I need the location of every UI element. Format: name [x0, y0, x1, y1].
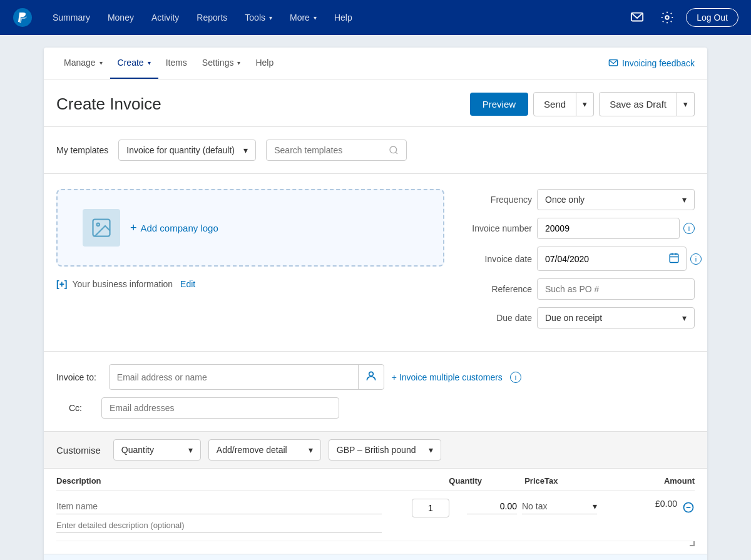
invoice-multiple-customers[interactable]: + Invoice multiple customers	[392, 372, 503, 382]
invoice-to-input[interactable]	[110, 366, 358, 389]
invoice-to-info[interactable]: i	[510, 372, 521, 383]
nav-activity[interactable]: Activity	[144, 8, 186, 28]
logout-button[interactable]: Log Out	[686, 8, 738, 27]
cc-input[interactable]	[101, 397, 339, 419]
add-line-row: + Add another line item	[44, 554, 707, 560]
nav-reports[interactable]: Reports	[189, 8, 235, 28]
chevron-down-icon: ▾	[583, 99, 587, 109]
reference-row: Reference	[457, 278, 695, 300]
form-section: + Add company logo [+] Your business inf…	[44, 174, 707, 352]
save-draft-button[interactable]: Save as Draft	[599, 92, 677, 116]
template-selected-value: Invoice for quantity (default)	[126, 145, 238, 155]
nav-summary[interactable]: Summary	[45, 8, 98, 28]
business-info-label: Your business information	[73, 279, 173, 289]
feedback-icon	[608, 58, 618, 68]
currency-value: GBP – British pound	[337, 445, 429, 455]
subnav-settings[interactable]: Settings ▾	[195, 48, 248, 79]
add-logo-text: + Add company logo	[130, 221, 218, 235]
save-draft-button-group: Save as Draft ▾	[599, 92, 695, 116]
remove-icon	[682, 501, 695, 514]
reference-input[interactable]	[537, 278, 695, 300]
chevron-down-icon: ▾	[682, 313, 687, 323]
send-button[interactable]: Send	[533, 92, 576, 116]
image-icon	[90, 216, 113, 239]
subnav-help[interactable]: Help	[248, 48, 281, 79]
subnav-items[interactable]: Items	[158, 48, 195, 79]
preview-button[interactable]: Preview	[470, 93, 528, 116]
col-tax: Tax	[544, 476, 620, 486]
table-row-main: No tax ▾ £0.00	[56, 499, 677, 533]
svg-point-12	[369, 372, 373, 376]
send-dropdown-button[interactable]: ▾	[576, 92, 594, 116]
calendar-icon[interactable]	[662, 247, 686, 270]
form-right: Frequency Once only ▾ Invoice number i	[457, 189, 695, 336]
chevron-down-icon: ▾	[593, 501, 597, 511]
item-desc-input[interactable]	[56, 518, 382, 533]
detail-selector[interactable]: Add/remove detail ▾	[208, 439, 321, 461]
col-amount: Amount	[620, 476, 695, 486]
item-description-cell	[56, 499, 382, 533]
invoice-number-input[interactable]	[537, 218, 680, 239]
nav-money[interactable]: Money	[100, 8, 141, 28]
expand-icon[interactable]: [+]	[56, 279, 68, 289]
frequency-selector[interactable]: Once only ▾	[537, 189, 695, 210]
invoice-to-row: Invoice to: + Invoice multiple customers…	[56, 364, 695, 390]
svg-point-2	[665, 16, 669, 19]
invoicing-feedback[interactable]: Invoicing feedback	[608, 58, 695, 68]
top-navigation: Summary Money Activity Reports Tools ▾ M…	[0, 0, 751, 35]
invoice-to-label: Invoice to:	[56, 372, 101, 382]
detail-value: Add/remove detail	[217, 445, 309, 455]
invoice-to-section: Invoice to: + Invoice multiple customers…	[44, 352, 707, 432]
quantity-selector[interactable]: Quantity ▾	[113, 439, 201, 461]
invoice-date-info[interactable]: i	[690, 253, 702, 265]
resize-area	[56, 541, 695, 551]
tax-value: No tax	[522, 501, 593, 511]
item-price-input[interactable]	[467, 499, 517, 514]
chevron-down-icon: ▾	[309, 445, 313, 455]
table-header: Description Quantity Price Tax Amount	[56, 469, 695, 491]
template-selector[interactable]: Invoice for quantity (default) ▾	[118, 140, 256, 161]
page-header: Create Invoice Preview Send ▾ Save as Dr…	[44, 79, 707, 127]
nav-tools[interactable]: Tools ▾	[237, 8, 280, 28]
quantity-value: Quantity	[121, 445, 188, 455]
remove-row-button[interactable]	[682, 499, 695, 516]
nav-help[interactable]: Help	[327, 8, 360, 28]
item-amount-cell: £0.00	[602, 499, 677, 509]
templates-row: My templates Invoice for quantity (defau…	[44, 127, 707, 174]
chevron-down-icon: ▾	[683, 99, 688, 109]
nav-more[interactable]: More ▾	[282, 8, 324, 28]
resize-handle[interactable]	[690, 541, 695, 546]
settings-icon-button[interactable]	[656, 6, 678, 29]
cc-label: Cc:	[69, 403, 94, 413]
subnav-manage[interactable]: Manage ▾	[56, 48, 110, 79]
invoice-date-input[interactable]	[538, 249, 662, 269]
item-name-input[interactable]	[56, 499, 382, 514]
chevron-down-icon: ▾	[682, 195, 687, 205]
invoice-number-label: Invoice number	[457, 223, 532, 233]
currency-selector[interactable]: GBP – British pound ▾	[329, 439, 441, 461]
logo-upload-area[interactable]: + Add company logo	[56, 189, 444, 267]
svg-point-4	[390, 146, 397, 153]
messages-icon-button[interactable]	[626, 6, 648, 29]
invoice-date-row: Invoice date	[457, 247, 695, 271]
due-date-selector[interactable]: Due on receipt ▾	[537, 307, 695, 328]
item-quantity-cell	[387, 499, 449, 517]
business-info-edit-link[interactable]: Edit	[180, 279, 195, 289]
paypal-logo[interactable]	[13, 8, 33, 28]
svg-rect-8	[670, 254, 678, 263]
svg-line-5	[396, 152, 397, 154]
contact-icon[interactable]	[358, 365, 384, 389]
save-draft-dropdown-button[interactable]: ▾	[677, 92, 695, 116]
invoice-number-info[interactable]: i	[683, 223, 695, 234]
item-tax-cell: No tax ▾	[522, 499, 597, 514]
customise-row: Customise Quantity ▾ Add/remove detail ▾…	[44, 432, 707, 469]
col-description: Description	[56, 476, 419, 486]
header-actions: Preview Send ▾ Save as Draft ▾	[470, 92, 695, 116]
item-tax-selector[interactable]: No tax ▾	[522, 499, 597, 514]
frequency-row: Frequency Once only ▾	[457, 189, 695, 210]
nav-right: Log Out	[626, 6, 738, 29]
invoice-to-input-container	[109, 364, 384, 390]
search-templates-input[interactable]	[274, 145, 384, 155]
subnav-create[interactable]: Create ▾	[110, 48, 158, 79]
item-quantity-input[interactable]	[412, 499, 449, 517]
